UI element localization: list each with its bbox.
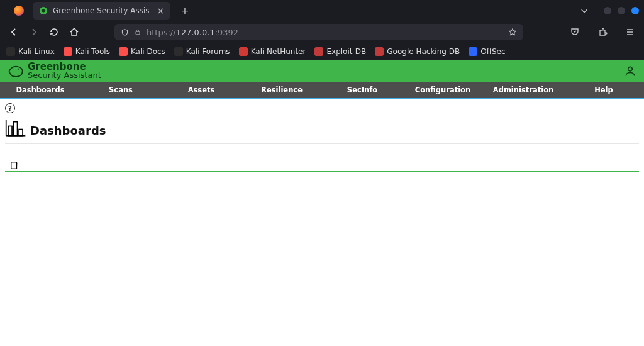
browser-navbar: https://127.0.0.1:9392 xyxy=(0,21,644,43)
menu-item-scans[interactable]: Scans xyxy=(80,82,161,98)
bookmark-star-icon[interactable] xyxy=(508,28,517,36)
help-icon[interactable]: ? xyxy=(5,103,15,113)
dashboard-barchart-icon xyxy=(5,118,26,137)
back-button[interactable] xyxy=(9,27,19,37)
page-heading: Dashboards xyxy=(5,118,106,137)
bookmark-favicon-icon xyxy=(64,47,72,56)
bookmark-favicon-icon xyxy=(174,47,183,56)
greenbone-main-menu: DashboardsScansAssetsResilienceSecInfoCo… xyxy=(0,82,644,99)
menu-item-secinfo[interactable]: SecInfo xyxy=(322,82,402,98)
tabs-dropdown-icon[interactable] xyxy=(580,6,589,15)
menu-item-dashboards[interactable]: Dashboards xyxy=(0,82,80,98)
svg-rect-6 xyxy=(8,126,12,135)
bookmark-favicon-icon xyxy=(375,47,384,56)
svg-rect-7 xyxy=(14,122,18,136)
brand-name-top: Greenbone xyxy=(28,62,101,71)
url-bar[interactable]: https://127.0.0.1:9392 xyxy=(114,24,523,40)
bookmark-label: OffSec xyxy=(480,47,505,56)
bookmark-item[interactable]: Exploit-DB xyxy=(314,47,366,56)
pocket-icon[interactable] xyxy=(570,27,580,37)
bookmark-label: Google Hacking DB xyxy=(387,47,460,56)
shield-icon xyxy=(121,28,129,36)
bookmark-item[interactable]: Kali Linux xyxy=(6,47,55,56)
section-divider xyxy=(5,171,639,172)
user-account-icon[interactable] xyxy=(624,65,636,77)
menu-item-configuration[interactable]: Configuration xyxy=(402,82,483,98)
greenbone-header: Greenbone Security Assistant xyxy=(0,60,644,82)
bookmark-favicon-icon xyxy=(469,47,477,56)
svg-point-2 xyxy=(18,69,19,70)
bookmark-item[interactable]: Kali NetHunter xyxy=(239,47,306,56)
menu-item-resilience[interactable]: Resilience xyxy=(242,82,322,98)
svg-point-3 xyxy=(628,67,633,71)
bookmark-item[interactable]: OffSec xyxy=(469,47,505,56)
new-dashboard-icon[interactable]: ✦ xyxy=(10,161,19,170)
bookmark-label: Kali Forums xyxy=(186,47,230,56)
menu-item-administration[interactable]: Administration xyxy=(483,82,564,98)
greenbone-logo[interactable]: Greenbone Security Assistant xyxy=(8,62,101,80)
bookmark-favicon-icon xyxy=(119,47,128,56)
browser-tabstrip: Greenbone Security Assis × + xyxy=(0,0,644,21)
greenbone-mark-icon xyxy=(8,63,24,79)
firefox-logo-icon xyxy=(14,6,24,16)
tab-close-icon[interactable]: × xyxy=(157,6,165,16)
svg-text:✦: ✦ xyxy=(14,163,18,168)
content-area: ? Dashboards ✦ xyxy=(0,99,644,346)
browser-tab-active[interactable]: Greenbone Security Assis × xyxy=(33,2,170,20)
bookmark-label: Kali Docs xyxy=(131,47,165,56)
lock-icon xyxy=(134,28,142,36)
bookmark-item[interactable]: Kali Forums xyxy=(174,47,230,56)
bookmark-favicon-icon xyxy=(314,47,323,56)
greenbone-favicon-icon xyxy=(39,6,48,15)
new-tab-button[interactable]: + xyxy=(175,3,194,20)
menu-item-help[interactable]: Help xyxy=(564,82,644,98)
extensions-icon[interactable] xyxy=(597,27,608,37)
home-button[interactable] xyxy=(69,27,79,37)
window-maximize-button[interactable] xyxy=(618,7,625,14)
browser-tab-title: Greenbone Security Assis xyxy=(53,6,150,15)
reload-button[interactable] xyxy=(49,27,59,37)
page-title: Dashboards xyxy=(30,124,106,137)
bookmark-label: Kali NetHunter xyxy=(251,47,306,56)
window-close-button[interactable] xyxy=(631,7,639,14)
bookmarks-bar: Kali LinuxKali ToolsKali DocsKali Forums… xyxy=(0,43,644,60)
menu-item-assets[interactable]: Assets xyxy=(161,82,242,98)
app-menu-icon[interactable] xyxy=(625,27,635,37)
brand-name-bottom: Security Assistant xyxy=(28,71,101,80)
divider xyxy=(5,143,639,144)
svg-rect-1 xyxy=(136,31,140,35)
bookmark-item[interactable]: Kali Tools xyxy=(64,47,110,56)
bookmark-label: Kali Tools xyxy=(75,47,110,56)
bookmark-favicon-icon xyxy=(6,47,15,56)
bookmark-favicon-icon xyxy=(239,47,248,56)
url-text: https://127.0.0.1:9392 xyxy=(147,28,503,37)
bookmark-label: Kali Linux xyxy=(18,47,55,56)
window-minimize-button[interactable] xyxy=(604,7,611,14)
bookmark-item[interactable]: Google Hacking DB xyxy=(375,47,460,56)
bookmark-item[interactable]: Kali Docs xyxy=(119,47,165,56)
svg-rect-8 xyxy=(19,130,23,136)
bookmark-label: Exploit-DB xyxy=(326,47,366,56)
forward-button xyxy=(29,27,39,37)
